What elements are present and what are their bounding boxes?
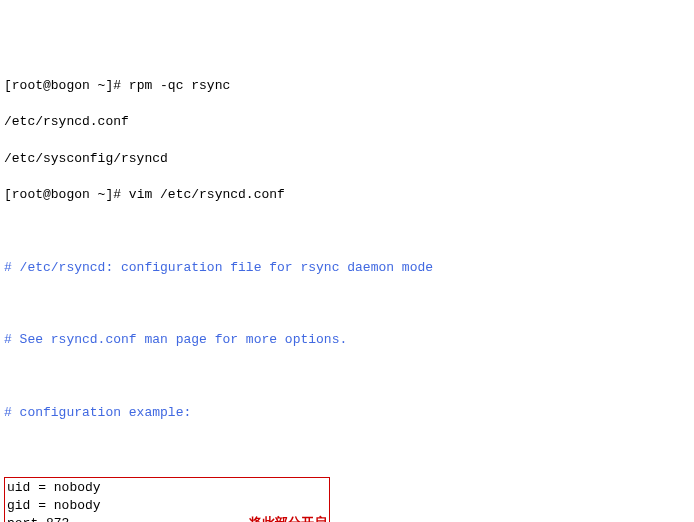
shell-cmd: rpm -qc rsync bbox=[129, 78, 230, 93]
shell-line-1: [root@bogon ~]# rpm -qc rsync bbox=[4, 77, 690, 95]
config-box-1: uid = nobody gid = nobody port 873 将此部分开… bbox=[4, 477, 690, 522]
config-comment: # configuration example: bbox=[4, 404, 690, 422]
config-line: uid = nobody bbox=[7, 480, 101, 495]
config-line: gid = nobody bbox=[7, 498, 101, 513]
shell-output: /etc/rsyncd.conf bbox=[4, 113, 690, 131]
config-comment: # /etc/rsyncd: configuration file for rs… bbox=[4, 259, 690, 277]
shell-cmd: vim /etc/rsyncd.conf bbox=[129, 187, 285, 202]
shell-line-2: [root@bogon ~]# vim /etc/rsyncd.conf bbox=[4, 186, 690, 204]
config-comment: # See rsyncd.conf man page for more opti… bbox=[4, 331, 690, 349]
shell-prompt: [root@bogon ~]# bbox=[4, 78, 129, 93]
annotation: 将此部分开启 bbox=[249, 516, 327, 522]
shell-output: /etc/sysconfig/rsyncd bbox=[4, 150, 690, 168]
shell-prompt: [root@bogon ~]# bbox=[4, 187, 129, 202]
config-line: port 873 bbox=[7, 516, 69, 522]
